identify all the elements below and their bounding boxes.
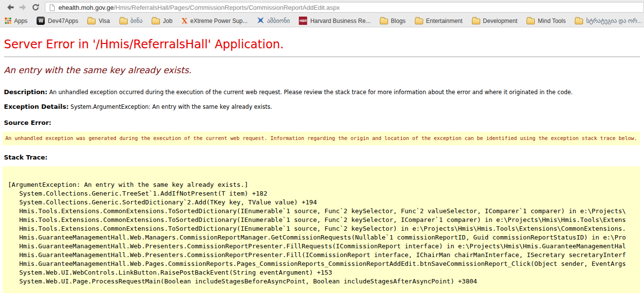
bookmark-item[interactable]: HBRHarvard Business Re... — [299, 17, 370, 25]
apps-label: Apps — [14, 18, 27, 24]
folder-icon — [119, 19, 128, 24]
bookmark-label: სტრატეგია და ორ... — [586, 18, 642, 24]
stack-trace-pre: [ArgumentException: An entry with the sa… — [2, 166, 640, 293]
divider — [4, 57, 640, 57]
description-row: Description: An unhandled exception occu… — [4, 88, 640, 96]
bookmark-item[interactable]: ამბიონი — [257, 17, 290, 25]
bookmark-label: Entertainment — [426, 18, 463, 24]
reload-icon — [31, 3, 40, 12]
bookmark-label: eXtreme Power Sup... — [190, 18, 247, 24]
folder-icon — [152, 19, 160, 24]
bookmark-label: Harvard Business Re... — [310, 18, 370, 24]
back-icon — [6, 3, 15, 12]
bookmark-folder[interactable]: Blogs — [380, 18, 406, 24]
error-subtitle: An entry with the same key already exist… — [4, 65, 640, 75]
bookmark-folder[interactable]: ბინა — [119, 18, 143, 24]
folder-icon — [87, 19, 96, 24]
bookmark-label: Dev47Apps — [48, 18, 78, 24]
forward-button[interactable] — [17, 1, 29, 14]
bookmark-folder[interactable]: Visa — [87, 18, 110, 24]
bookmark-folder[interactable]: Development — [472, 18, 518, 24]
bookmark-folder[interactable]: სტრატეგია და ორ... — [575, 18, 642, 24]
bookmark-folder[interactable]: Mind Tools — [527, 18, 566, 24]
url-domain: ehealth.moh.gov.ge — [59, 4, 114, 11]
stack-trace-heading: Stack Trace: — [4, 152, 640, 161]
extreme-power-icon: X — [182, 17, 188, 25]
description-label: Description: — [4, 88, 47, 96]
bookmark-folder[interactable]: Job — [152, 18, 172, 24]
bookmark-label: Job — [163, 18, 172, 24]
folder-icon — [472, 19, 480, 24]
url-path: /Hmis/ReferralsHall/Pages/CommissionRepo… — [114, 4, 340, 11]
bookmark-label: Blogs — [391, 18, 406, 24]
bookmark-label: Visa — [98, 18, 110, 24]
bookmark-label: Development — [483, 18, 518, 24]
bookmark-item[interactable]: WDev47Apps — [37, 17, 78, 25]
ambioni-cross-icon — [257, 17, 264, 25]
folder-icon — [575, 19, 583, 24]
source-error-heading: Source Error: — [4, 118, 640, 127]
folder-icon — [527, 19, 535, 24]
folder-icon — [415, 19, 423, 24]
bookmark-label: Mind Tools — [538, 18, 566, 24]
exception-details-text: System.ArgumentException: An entry with … — [71, 103, 273, 110]
back-button[interactable] — [4, 1, 17, 14]
description-text: An unhandled exception occurred during t… — [49, 89, 573, 96]
address-bar[interactable]: ehealth.moh.gov.ge/Hmis/ReferralsHall/Pa… — [45, 2, 644, 13]
page-icon — [49, 4, 55, 11]
folder-icon — [380, 19, 388, 24]
error-page: Server Error in '/Hmis/ReferralsHall' Ap… — [0, 38, 644, 300]
dev47apps-icon: W — [37, 17, 45, 25]
url-text: ehealth.moh.gov.ge/Hmis/ReferralsHall/Pa… — [59, 4, 340, 11]
reload-button[interactable] — [29, 1, 42, 14]
browser-toolbar: ehealth.moh.gov.ge/Hmis/ReferralsHall/Pa… — [0, 0, 644, 15]
exception-details-row: Exception Details: System.ArgumentExcept… — [4, 103, 640, 110]
bookmark-label: ამბიონი — [267, 18, 290, 24]
apps-launcher[interactable]: Apps — [5, 18, 27, 24]
hbr-icon: HBR — [299, 17, 307, 25]
forward-icon — [19, 3, 27, 12]
source-error-box: An unhandled exception was generated dur… — [2, 132, 640, 145]
page-title: Server Error in '/Hmis/ReferralsHall' Ap… — [4, 38, 640, 51]
bookmark-folder[interactable]: Entertainment — [415, 18, 463, 24]
bookmark-label: ბინა — [131, 18, 143, 24]
bookmarks-bar: Apps WDev47AppsVisaბინაJobXeXtreme Power… — [0, 15, 644, 27]
apps-grid-icon — [5, 18, 11, 24]
bookmark-item[interactable]: XeXtreme Power Sup... — [182, 17, 248, 25]
exception-details-label: Exception Details: — [4, 103, 69, 110]
